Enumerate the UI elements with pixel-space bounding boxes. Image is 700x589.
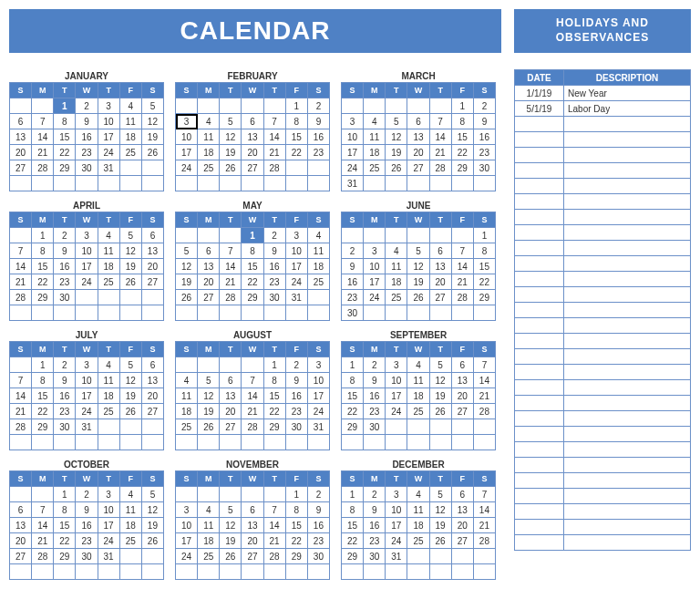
day-cell[interactable] xyxy=(429,564,451,580)
day-cell[interactable]: 20 xyxy=(141,388,163,404)
day-cell[interactable]: 2 xyxy=(76,98,98,114)
day-cell[interactable] xyxy=(342,228,364,243)
day-cell[interactable] xyxy=(451,564,473,580)
day-cell[interactable]: 26 xyxy=(141,533,163,549)
holiday-row[interactable] xyxy=(515,163,691,179)
day-cell[interactable]: 20 xyxy=(429,274,451,290)
day-cell[interactable] xyxy=(451,549,473,564)
day-cell[interactable]: 31 xyxy=(76,419,98,435)
day-cell[interactable]: 26 xyxy=(407,290,429,305)
day-cell[interactable]: 12 xyxy=(119,243,141,259)
day-cell[interactable] xyxy=(429,435,451,450)
day-cell[interactable]: 8 xyxy=(54,114,76,129)
holiday-row[interactable] xyxy=(515,380,691,396)
day-cell[interactable] xyxy=(119,435,141,450)
day-cell[interactable]: 23 xyxy=(76,145,98,160)
day-cell[interactable]: 5 xyxy=(429,357,451,373)
day-cell[interactable] xyxy=(10,305,32,321)
day-cell[interactable]: 4 xyxy=(119,487,141,502)
day-cell[interactable]: 2 xyxy=(263,228,285,243)
day-cell[interactable] xyxy=(198,435,220,450)
day-cell[interactable]: 4 xyxy=(386,243,407,259)
day-cell[interactable]: 25 xyxy=(176,419,198,435)
day-cell[interactable]: 28 xyxy=(263,160,285,176)
day-cell[interactable] xyxy=(386,228,407,243)
day-cell[interactable] xyxy=(263,98,285,114)
holiday-row[interactable] xyxy=(515,349,691,365)
day-cell[interactable] xyxy=(473,305,495,321)
day-cell[interactable]: 27 xyxy=(451,533,473,549)
day-cell[interactable] xyxy=(10,228,32,243)
day-cell[interactable] xyxy=(263,435,285,450)
day-cell[interactable]: 21 xyxy=(429,145,451,160)
day-cell[interactable]: 6 xyxy=(220,373,242,388)
day-cell[interactable]: 9 xyxy=(342,259,364,274)
day-cell[interactable]: 12 xyxy=(429,373,451,388)
day-cell[interactable]: 4 xyxy=(307,228,329,243)
day-cell[interactable]: 26 xyxy=(220,549,242,564)
day-cell[interactable]: 3 xyxy=(386,357,407,373)
day-cell[interactable] xyxy=(220,564,242,580)
day-cell[interactable] xyxy=(242,357,263,373)
day-cell[interactable] xyxy=(141,564,163,580)
day-cell[interactable] xyxy=(285,160,307,176)
day-cell[interactable] xyxy=(10,435,32,450)
day-cell[interactable]: 30 xyxy=(285,419,307,435)
day-cell[interactable]: 24 xyxy=(364,290,386,305)
holiday-row[interactable] xyxy=(515,396,691,411)
day-cell[interactable]: 18 xyxy=(98,388,119,404)
day-cell[interactable]: 23 xyxy=(307,145,329,160)
day-cell[interactable]: 12 xyxy=(141,114,163,129)
day-cell[interactable]: 30 xyxy=(342,305,364,321)
day-cell[interactable]: 28 xyxy=(32,160,54,176)
day-cell[interactable]: 13 xyxy=(220,388,242,404)
day-cell[interactable]: 24 xyxy=(98,533,119,549)
day-cell[interactable]: 1 xyxy=(242,228,263,243)
day-cell[interactable]: 7 xyxy=(10,243,32,259)
day-cell[interactable] xyxy=(407,305,429,321)
day-cell[interactable] xyxy=(364,228,386,243)
day-cell[interactable]: 21 xyxy=(263,145,285,160)
day-cell[interactable]: 4 xyxy=(98,357,119,373)
day-cell[interactable] xyxy=(76,290,98,305)
day-cell[interactable]: 18 xyxy=(176,404,198,419)
day-cell[interactable]: 21 xyxy=(451,274,473,290)
day-cell[interactable]: 18 xyxy=(407,518,429,533)
day-cell[interactable]: 11 xyxy=(198,129,220,145)
day-cell[interactable] xyxy=(198,98,220,114)
holiday-row[interactable] xyxy=(515,287,691,303)
day-cell[interactable]: 13 xyxy=(141,373,163,388)
day-cell[interactable]: 15 xyxy=(473,259,495,274)
day-cell[interactable] xyxy=(176,228,198,243)
day-cell[interactable] xyxy=(119,564,141,580)
day-cell[interactable]: 30 xyxy=(473,160,495,176)
day-cell[interactable] xyxy=(32,435,54,450)
day-cell[interactable]: 7 xyxy=(220,243,242,259)
day-cell[interactable]: 21 xyxy=(32,533,54,549)
day-cell[interactable]: 19 xyxy=(429,518,451,533)
day-cell[interactable] xyxy=(141,419,163,435)
day-cell[interactable]: 13 xyxy=(451,502,473,518)
day-cell[interactable] xyxy=(473,549,495,564)
day-cell[interactable] xyxy=(76,176,98,191)
day-cell[interactable]: 3 xyxy=(176,502,198,518)
day-cell[interactable]: 27 xyxy=(220,419,242,435)
day-cell[interactable] xyxy=(10,176,32,191)
day-cell[interactable]: 19 xyxy=(407,274,429,290)
day-cell[interactable]: 30 xyxy=(54,290,76,305)
day-cell[interactable]: 15 xyxy=(342,388,364,404)
day-cell[interactable]: 16 xyxy=(307,129,329,145)
day-cell[interactable]: 20 xyxy=(242,533,263,549)
day-cell[interactable] xyxy=(176,98,198,114)
day-cell[interactable]: 29 xyxy=(242,290,263,305)
day-cell[interactable]: 2 xyxy=(364,487,386,502)
day-cell[interactable]: 28 xyxy=(32,549,54,564)
day-cell[interactable]: 19 xyxy=(220,533,242,549)
day-cell[interactable]: 9 xyxy=(263,243,285,259)
day-cell[interactable]: 21 xyxy=(473,388,495,404)
day-cell[interactable]: 6 xyxy=(407,114,429,129)
day-cell[interactable]: 2 xyxy=(473,98,495,114)
day-cell[interactable]: 1 xyxy=(342,487,364,502)
day-cell[interactable]: 31 xyxy=(98,549,119,564)
holiday-row[interactable] xyxy=(515,411,691,427)
